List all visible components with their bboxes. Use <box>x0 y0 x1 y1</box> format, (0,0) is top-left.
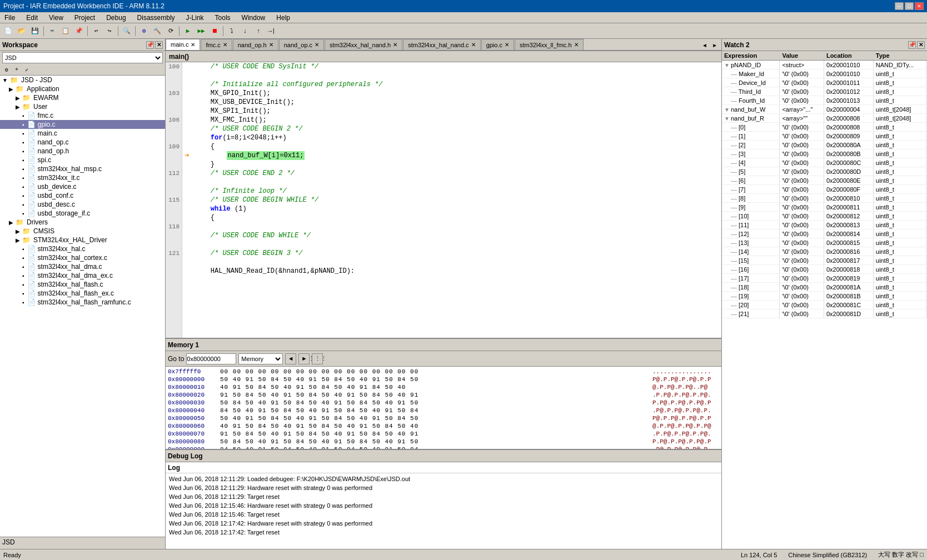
menu-jlink[interactable]: J-Link <box>184 13 206 22</box>
tab-close-button[interactable]: ✕ <box>574 42 579 48</box>
close-button[interactable]: ✕ <box>915 2 924 10</box>
file-bookmark-button[interactable]: ✓ <box>22 66 31 74</box>
watch-table-row[interactable]: — [8]'\0' (0x00)0x20000810uint8_t <box>722 194 927 203</box>
tree-item-stm32l4xx_hal_flash_ex-c[interactable]: ▪📄stm32l4xx_hal_flash_ex.c <box>0 289 165 298</box>
watch-table-row[interactable]: — Maker_Id'\0' (0x00)0x20001010uint8_t <box>722 69 927 78</box>
menu-window[interactable]: Window <box>240 13 268 22</box>
step-into-button[interactable]: ↓ <box>239 25 251 37</box>
tree-item-STM32L4xx_HAL_Driver[interactable]: ▶📁STM32L4xx_HAL_Driver <box>0 236 165 244</box>
watch-table-row[interactable]: — Third_Id'\0' (0x00)0x20001012uint8_t <box>722 87 927 96</box>
tree-item-usbd_conf-c[interactable]: ▪📄usbd_conf.c <box>0 191 165 200</box>
tree-item-CMSIS[interactable]: ▶📁CMSIS <box>0 227 165 236</box>
stop-button[interactable]: ⏹ <box>208 25 221 37</box>
tab-stm32l4xx_hal_nand-c[interactable]: stm32l4xx_hal_nand.c✕ <box>403 39 480 50</box>
tree-item-nand_op-c[interactable]: ▪📄nand_op.c <box>0 138 165 147</box>
tree-item-stm32l4xx_hal_flash_ramfunc-c[interactable]: ▪📄stm32l4xx_hal_flash_ramfunc.c <box>0 298 165 307</box>
cut-button[interactable]: ✂ <box>46 25 58 37</box>
tab-stm32l4xx_hal_nand-h[interactable]: stm32l4xx_hal_nand.h✕ <box>325 39 402 50</box>
tree-expand-icon[interactable]: ▶ <box>9 86 13 92</box>
watch-table-row[interactable]: — [11]'\0' (0x00)0x20000813uint8_t <box>722 221 927 229</box>
tree-item-JSD---JSD[interactable]: ▼📁JSD - JSD <box>0 76 165 84</box>
watch-table-row[interactable]: — Device_Id'\0' (0x00)0x20001011uint8_t <box>722 78 927 87</box>
watch-table-row[interactable]: — [20]'\0' (0x00)0x2000081Cuint8_t <box>722 301 927 309</box>
rebuild-button[interactable]: ⟳ <box>165 25 177 37</box>
watch-expand-icon[interactable]: ▼ <box>724 62 730 68</box>
watch-pin-button[interactable]: 📌 <box>908 41 916 49</box>
tree-item-stm32l4xx_hal_cortex-c[interactable]: ▪📄stm32l4xx_hal_cortex.c <box>0 253 165 262</box>
minimize-button[interactable]: ─ <box>895 2 904 10</box>
open-button[interactable]: 📂 <box>16 25 28 37</box>
run-to-cursor-button[interactable]: →| <box>266 25 278 37</box>
paste-button[interactable]: 📌 <box>73 25 85 37</box>
watch-table-row[interactable]: — [14]'\0' (0x00)0x20000816uint8_t <box>722 247 927 256</box>
debug-log-content[interactable]: Wed Jun 06, 2018 12:11:29: Loaded debuge… <box>166 473 721 549</box>
tree-item-gpio-c[interactable]: ▪📄gpio.c <box>0 120 165 129</box>
tree-item-stm32l4xx_it-c[interactable]: ▪📄stm32l4xx_it.c <box>0 173 165 182</box>
watch-table[interactable]: Expression Value Location Type ▼pNAND_ID… <box>722 51 927 549</box>
watch-table-row[interactable]: — [2]'\0' (0x00)0x2000080Auint8_t <box>722 141 927 149</box>
tree-item-nand_op-h[interactable]: ▪📄nand_op.h <box>0 147 165 156</box>
tree-item-spi-c[interactable]: ▪📄spi.c <box>0 156 165 164</box>
watch-table-row[interactable]: ▼nand_buf_W<array>"..."0x20000004uint8_t… <box>722 105 927 114</box>
code-text-area[interactable]: /* USER CODE END SysInit */ /* Initializ… <box>182 62 721 338</box>
goto-input[interactable] <box>186 353 236 364</box>
watch-table-row[interactable]: — [15]'\0' (0x00)0x20000817uint8_t <box>722 256 927 265</box>
tree-item-main-c[interactable]: ▪📄main.c <box>0 129 165 138</box>
tree-expand-icon[interactable]: ▶ <box>16 95 20 101</box>
tree-item-stm32l4xx_hal_dma-c[interactable]: ▪📄stm32l4xx_hal_dma.c <box>0 262 165 271</box>
tree-item-stm32l4xx_hal_dma_ex-c[interactable]: ▪📄stm32l4xx_hal_dma_ex.c <box>0 271 165 280</box>
watch-table-row[interactable]: — [6]'\0' (0x00)0x2000080Euint8_t <box>722 176 927 185</box>
maximize-button[interactable]: □ <box>905 2 914 10</box>
watch-table-row[interactable]: — Fourth_Id'\0' (0x00)0x20001013uint8_t <box>722 96 927 105</box>
watch-table-row[interactable]: — [21]'\0' (0x00)0x2000081Duint8_t <box>722 309 927 318</box>
find-button[interactable]: 🔍 <box>121 25 133 37</box>
watch-expand-icon[interactable]: ▼ <box>724 116 730 122</box>
tree-item-usbd_desc-c[interactable]: ▪📄usbd_desc.c <box>0 200 165 209</box>
workspace-close-button[interactable]: ✕ <box>155 41 163 49</box>
tab-close-button[interactable]: ✕ <box>191 42 195 48</box>
tree-item-fmc-c[interactable]: ▪📄fmc.c <box>0 111 165 120</box>
watch-table-row[interactable]: — [16]'\0' (0x00)0x20000818uint8_t <box>722 265 927 274</box>
watch-table-row[interactable]: — [1]'\0' (0x00)0x20000809uint8_t <box>722 132 927 141</box>
watch-table-row[interactable]: — [13]'\0' (0x00)0x20000815uint8_t <box>722 238 927 247</box>
watch-table-row[interactable]: — [4]'\0' (0x00)0x2000080Cuint8_t <box>722 158 927 167</box>
tab-stm32l4xx_ll_fmc-h[interactable]: stm32l4xx_ll_fmc.h✕ <box>515 39 584 50</box>
watch-table-row[interactable]: — [7]'\0' (0x00)0x2000080Fuint8_t <box>722 185 927 194</box>
tree-item-usbd_storage_if-c[interactable]: ▪📄usbd_storage_if.c <box>0 209 165 218</box>
step-out-button[interactable]: ↑ <box>252 25 265 37</box>
tree-item-stm32l4xx_hal-c[interactable]: ▪📄stm32l4xx_hal.c <box>0 244 165 253</box>
menu-edit[interactable]: Edit <box>24 13 40 22</box>
mem-back-button[interactable]: ◄ <box>285 353 296 364</box>
menu-debug[interactable]: Debug <box>104 13 128 22</box>
tab-close-button[interactable]: ✕ <box>471 42 476 48</box>
tree-item-usb_device-c[interactable]: ▪📄usb_device.c <box>0 182 165 191</box>
tree-item-User[interactable]: ▶📁User <box>0 102 165 111</box>
redo-button[interactable]: ↪ <box>103 25 116 37</box>
tab-close-button[interactable]: ✕ <box>393 42 397 48</box>
menu-file[interactable]: File <box>2 13 17 22</box>
menu-help[interactable]: Help <box>274 13 292 22</box>
menu-disassembly[interactable]: Disassembly <box>135 13 177 22</box>
build-button[interactable]: 🔨 <box>151 25 163 37</box>
tab-fmc-c[interactable]: fmc.c✕ <box>201 39 232 50</box>
download-button[interactable]: ▶ <box>182 25 194 37</box>
tree-item-EWARM[interactable]: ▶📁EWARM <box>0 93 165 102</box>
menu-view[interactable]: View <box>47 13 66 22</box>
watch-table-row[interactable]: — [3]'\0' (0x00)0x2000080Buint8_t <box>722 149 927 158</box>
watch-table-row[interactable]: — [19]'\0' (0x00)0x2000081Buint8_t <box>722 292 927 301</box>
step-over-button[interactable]: ⤵ <box>226 25 238 37</box>
copy-button[interactable]: 📋 <box>59 25 72 37</box>
tree-expand-icon[interactable]: ▼ <box>2 77 8 83</box>
watch-table-row[interactable]: — [17]'\0' (0x00)0x20000819uint8_t <box>722 274 927 283</box>
save-button[interactable]: 💾 <box>29 25 41 37</box>
memory-type-select[interactable]: Memory <box>238 353 283 364</box>
watch-table-row[interactable]: — [10]'\0' (0x00)0x20000812uint8_t <box>722 212 927 221</box>
tab-main-c[interactable]: main.c✕ <box>166 39 200 50</box>
tab-close-button[interactable]: ✕ <box>315 42 319 48</box>
tab-close-button[interactable]: ✕ <box>223 42 227 48</box>
tree-item-stm32l4xx_hal_flash-c[interactable]: ▪📄stm32l4xx_hal_flash.c <box>0 280 165 289</box>
menu-tools[interactable]: Tools <box>213 13 233 22</box>
watch-table-row[interactable]: — [5]'\0' (0x00)0x2000080Duint8_t <box>722 167 927 176</box>
file-settings-button[interactable]: ⚙ <box>2 66 11 74</box>
tree-item-Drivers[interactable]: ▶📁Drivers <box>0 218 165 227</box>
